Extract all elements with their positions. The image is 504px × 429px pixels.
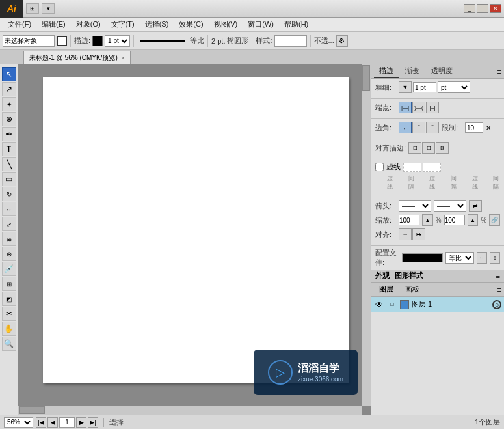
next-page-btn[interactable]: ▶	[76, 417, 86, 428]
object-name-input[interactable]	[3, 35, 55, 47]
main-area: ↖ ↗ ✦ ⊕ ✒ T ╲ ▭ ↻ ↔ ⤢ ≋ ⊗ 💉 ⊞ ◩ ✂ ✋ 🔍 ▷ …	[0, 64, 504, 415]
layer-lock-btn[interactable]: □	[387, 299, 397, 310]
align-end-btn[interactable]: ↦	[412, 228, 425, 240]
tab-close-btn[interactable]: ×	[122, 55, 125, 61]
layer-visibility-btn[interactable]: 👁	[374, 299, 384, 310]
align-inside-btn[interactable]: ⊞	[422, 142, 435, 154]
horizontal-scrollbar-thumb[interactable]	[19, 406, 45, 414]
type-tool-btn[interactable]: T	[2, 142, 16, 156]
zoom-select[interactable]: 56%	[4, 417, 33, 428]
first-page-btn[interactable]: |◀	[36, 417, 46, 428]
scale-tool-btn[interactable]: ⤢	[2, 217, 16, 231]
link-scale-btn[interactable]: 🔗	[489, 214, 500, 226]
blend-tool-btn[interactable]: ⊗	[2, 247, 16, 261]
menu-object[interactable]: 对象(O)	[71, 18, 106, 31]
dashed-checkbox[interactable]	[375, 163, 384, 171]
vertical-scrollbar[interactable]	[362, 64, 371, 406]
layers-tab[interactable]: 图层	[374, 283, 399, 296]
stroke-weight-select[interactable]: 1 pt	[105, 35, 130, 47]
hand-tool-btn[interactable]: ✋	[2, 322, 16, 336]
last-page-btn[interactable]: ▶|	[88, 417, 98, 428]
menu-file[interactable]: 文件(F)	[3, 18, 36, 31]
profile-flip-v-btn[interactable]: ↕	[490, 252, 500, 264]
select-tool-btn[interactable]: ↖	[2, 67, 16, 81]
arrow-swap-btn[interactable]: ⇄	[469, 200, 482, 212]
weight-down-btn[interactable]: ▼	[399, 81, 412, 93]
cap-square-btn[interactable]: |=|	[426, 102, 439, 113]
minimize-button[interactable]: _	[464, 4, 475, 13]
corner-round-btn[interactable]: ⌒	[412, 122, 425, 133]
opacity-options-btn[interactable]: ⚙	[336, 35, 348, 47]
vertical-scrollbar-thumb[interactable]	[362, 65, 370, 91]
dash-pattern-2[interactable]	[423, 163, 441, 172]
scissors-tool-btn[interactable]: ✂	[2, 307, 16, 321]
menu-text[interactable]: 文字(T)	[106, 18, 140, 31]
scale-start-input[interactable]	[399, 215, 419, 225]
prev-page-btn[interactable]: ◀	[47, 417, 58, 428]
line-tool-btn[interactable]: ╲	[2, 157, 16, 171]
scale-start-up-btn[interactable]: ▲	[422, 214, 433, 226]
appearance-panel-menu[interactable]: ≡	[496, 272, 500, 280]
scale-end-up-btn[interactable]: ▲	[468, 214, 479, 226]
arrow-start-select[interactable]: ——	[399, 200, 431, 212]
page-input[interactable]	[59, 417, 75, 428]
scale-row: 缩放: ▲ % ▲ % 🔗	[375, 214, 500, 226]
align-outside-btn[interactable]: ⊠	[436, 142, 449, 154]
menu-window[interactable]: 窗口(W)	[243, 18, 279, 31]
weight-input[interactable]	[413, 82, 436, 92]
menu-select[interactable]: 选择(S)	[140, 18, 174, 31]
layer-target-btn[interactable]: ○	[492, 300, 501, 309]
zoom-tool-btn[interactable]: 🔍	[2, 337, 16, 351]
style-input[interactable]	[274, 35, 307, 47]
graphic-style-tab[interactable]: 图形样式	[395, 271, 423, 281]
magic-wand-tool-btn[interactable]: ✦	[2, 97, 16, 111]
document-tab[interactable]: 未标题-1 @ 56% (CMYK/预览) ×	[23, 51, 131, 64]
close-button[interactable]: ✕	[490, 4, 501, 13]
stroke-panel-tab[interactable]: 描边	[374, 64, 399, 78]
mesh-tool-btn[interactable]: ⊞	[2, 277, 16, 291]
menu-view[interactable]: 视图(V)	[209, 18, 243, 31]
layers-panel-menu[interactable]: ≡	[497, 286, 501, 294]
corner-bevel-btn[interactable]: ⌒	[426, 122, 439, 133]
maximize-button[interactable]: □	[477, 4, 488, 13]
stroke-panel-menu[interactable]: ≡	[497, 68, 501, 76]
artboard-tab[interactable]: 画板	[400, 283, 425, 296]
scale-end-input[interactable]	[444, 215, 465, 225]
rotate-tool-btn[interactable]: ↻	[2, 187, 16, 201]
watermark-brand: 滔滔自学	[298, 362, 343, 376]
limit-input[interactable]	[465, 122, 483, 133]
appearance-tab[interactable]: 外观	[375, 271, 390, 281]
eyedropper-tool-btn[interactable]: 💉	[2, 262, 16, 276]
cap-buttons: |—| )—( |=|	[399, 102, 439, 113]
gradient-tool-btn[interactable]: ◩	[2, 292, 16, 306]
arrange-btn[interactable]: ▾	[42, 3, 55, 14]
cap-round-btn[interactable]: )—(	[412, 102, 425, 113]
corner-section: 边角: ⌐ ⌒ ⌒ 限制: ✕	[371, 119, 504, 139]
gap-label-1: 间隔	[408, 174, 416, 191]
warp-tool-btn[interactable]: ≋	[2, 232, 16, 246]
align-center-btn[interactable]: ⊟	[408, 142, 421, 154]
view-toggle-btn[interactable]: ⊞	[26, 3, 39, 14]
stroke-preview	[140, 40, 185, 42]
lasso-tool-btn[interactable]: ⊕	[2, 112, 16, 126]
profile-flip-h-btn[interactable]: ↔	[477, 252, 487, 264]
align-path-btn[interactable]: →	[399, 228, 412, 240]
reflect-tool-btn[interactable]: ↔	[2, 202, 16, 216]
dash-pattern-1[interactable]	[403, 163, 421, 172]
menu-help[interactable]: 帮助(H)	[279, 18, 313, 31]
rectangle-tool-btn[interactable]: ▭	[2, 172, 16, 186]
opacity-panel-tab[interactable]: 透明度	[426, 64, 458, 78]
profile-select[interactable]: 等比	[445, 252, 474, 264]
stroke-color-box[interactable]	[92, 36, 103, 46]
fill-color-box[interactable]	[57, 36, 67, 46]
pen-tool-btn[interactable]: ✒	[2, 127, 16, 141]
horizontal-scrollbar[interactable]	[18, 406, 362, 415]
corner-miter-btn[interactable]: ⌐	[399, 122, 412, 133]
gradient-panel-tab[interactable]: 渐变	[400, 64, 425, 78]
direct-select-tool-btn[interactable]: ↗	[2, 82, 16, 96]
cap-butt-btn[interactable]: |—|	[399, 102, 412, 113]
menu-edit[interactable]: 编辑(E)	[36, 18, 71, 31]
weight-unit-select[interactable]: pt	[438, 81, 470, 93]
menu-effect[interactable]: 效果(C)	[174, 18, 208, 31]
arrow-end-select[interactable]: ——	[434, 200, 466, 212]
